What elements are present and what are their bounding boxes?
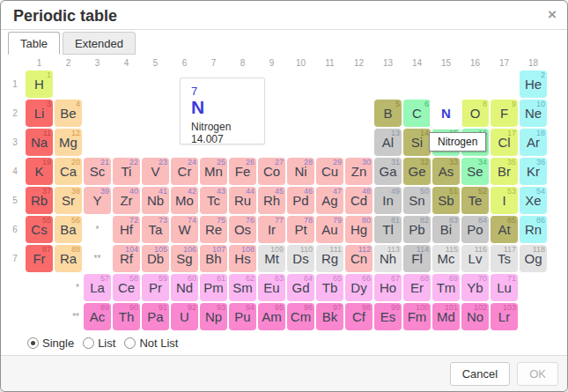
element-tile-ne[interactable]: 10Ne	[520, 100, 547, 127]
element-tile-al[interactable]: 13Al	[374, 129, 402, 156]
element-tile-la[interactable]: 57La	[84, 274, 111, 301]
element-tile-sb[interactable]: 51Sb	[432, 187, 460, 214]
element-tile-f[interactable]: 9F	[491, 100, 518, 127]
element-tile-fe[interactable]: 26Fe	[229, 158, 256, 185]
close-icon[interactable]: ×	[548, 6, 557, 24]
element-tile-cm[interactable]: 96Cm	[287, 303, 314, 330]
element-tile-v[interactable]: 23V	[142, 158, 169, 185]
element-tile-mt[interactable]: 109Mt	[258, 245, 285, 272]
element-tile-lu[interactable]: 71Lu	[491, 274, 518, 301]
element-tile-pb[interactable]: 82Pb	[403, 216, 431, 243]
radio-list[interactable]: List	[83, 337, 115, 350]
element-tile-na[interactable]: 11Na	[26, 129, 53, 156]
element-tile-kr[interactable]: 36Kr	[520, 158, 547, 185]
element-tile-es[interactable]: 99Es	[374, 303, 402, 330]
element-tile-rh[interactable]: 45Rh	[258, 187, 285, 214]
element-tile-ce[interactable]: 58Ce	[113, 274, 140, 301]
element-tile-as[interactable]: 33As	[432, 158, 460, 185]
element-tile-ru[interactable]: 44Ru	[229, 187, 256, 214]
element-tile-tc[interactable]: 43Tc	[200, 187, 227, 214]
element-tile-ir[interactable]: 77Ir	[258, 216, 285, 243]
element-tile-bh[interactable]: 107Bh	[200, 245, 227, 272]
element-tile-hs[interactable]: 108Hs	[229, 245, 256, 272]
element-tile-db[interactable]: 105Db	[142, 245, 169, 272]
element-tile-ba[interactable]: 56Ba	[55, 216, 82, 243]
element-tile-ds[interactable]: 110Ds	[287, 245, 314, 272]
tab-extended[interactable]: Extended	[63, 32, 136, 55]
tab-table[interactable]: Table	[8, 32, 60, 55]
element-tile-sm[interactable]: 62Sm	[229, 274, 256, 301]
element-tile-br[interactable]: 35Br	[491, 158, 518, 185]
element-tile-hf[interactable]: 72Hf	[113, 216, 140, 243]
element-tile-og[interactable]: 118Og	[520, 245, 547, 272]
element-tile-k[interactable]: 19K	[26, 158, 53, 185]
element-tile-lr[interactable]: 103Lr	[491, 303, 518, 330]
element-tile-cl[interactable]: 17Cl	[491, 129, 518, 156]
element-tile-nd[interactable]: 60Nd	[171, 274, 198, 301]
element-tile-eu[interactable]: 63Eu	[258, 274, 285, 301]
element-tile-tb[interactable]: 65Tb	[316, 274, 343, 301]
element-tile-mg[interactable]: 12Mg	[55, 129, 82, 156]
element-tile-cn[interactable]: 112Cn	[345, 245, 373, 272]
element-tile-rg[interactable]: 111Rg	[316, 245, 343, 272]
element-tile-pd[interactable]: 46Pd	[287, 187, 314, 214]
element-tile-rb[interactable]: 37Rb	[26, 187, 53, 214]
element-tile-os[interactable]: 76Os	[229, 216, 256, 243]
radio-single[interactable]: Single	[27, 337, 74, 350]
element-tile-pt[interactable]: 78Pt	[287, 216, 314, 243]
element-tile-bk[interactable]: 97Bk	[316, 303, 343, 330]
element-tile-se[interactable]: 34Se	[461, 158, 489, 185]
element-tile-h[interactable]: 1H	[26, 70, 53, 98]
element-tile-th[interactable]: 90Th	[113, 303, 140, 330]
element-tile-w[interactable]: 74W	[171, 216, 198, 243]
element-tile-md[interactable]: 101Md	[432, 303, 460, 330]
element-tile-i[interactable]: 53I	[491, 187, 518, 214]
element-tile-pr[interactable]: 59Pr	[142, 274, 169, 301]
ok-button[interactable]: OK	[517, 362, 558, 386]
element-tile-o[interactable]: 8O	[461, 100, 489, 127]
element-tile-sg[interactable]: 106Sg	[171, 245, 198, 272]
element-tile-ti[interactable]: 22Ti	[113, 158, 140, 185]
element-tile-ag[interactable]: 47Ag	[316, 187, 343, 214]
element-tile-rn[interactable]: 86Rn	[520, 216, 547, 243]
element-tile-cr[interactable]: 24Cr	[171, 158, 198, 185]
element-tile-xe[interactable]: 54Xe	[520, 187, 547, 214]
element-tile-be[interactable]: 4Be	[55, 100, 82, 127]
element-tile-y[interactable]: 39Y	[84, 187, 111, 214]
element-tile-b[interactable]: 5B	[374, 100, 402, 127]
element-tile-c[interactable]: 6C	[403, 100, 431, 127]
element-tile-ca[interactable]: 20Ca	[55, 158, 82, 185]
element-tile-cs[interactable]: 55Cs	[26, 216, 53, 243]
element-tile-sc[interactable]: 21Sc	[84, 158, 111, 185]
element-tile-yb[interactable]: 70Yb	[461, 274, 489, 301]
element-tile-sn[interactable]: 50Sn	[403, 187, 431, 214]
element-tile-fm[interactable]: 100Fm	[403, 303, 431, 330]
radio-single-icon[interactable]	[27, 337, 39, 349]
element-tile-mn[interactable]: 25Mn	[200, 158, 227, 185]
element-tile-rf[interactable]: 104Rf	[113, 245, 140, 272]
element-tile-au[interactable]: 79Au	[316, 216, 343, 243]
element-tile-am[interactable]: 95Am	[258, 303, 285, 330]
cancel-button[interactable]: Cancel	[450, 362, 510, 386]
element-tile-mo[interactable]: 42Mo	[171, 187, 198, 214]
element-tile-zr[interactable]: 40Zr	[113, 187, 140, 214]
element-tile-sr[interactable]: 38Sr	[55, 187, 82, 214]
radio-not-list[interactable]: Not List	[124, 337, 178, 350]
element-tile-pa[interactable]: 91Pa	[142, 303, 169, 330]
element-tile-pu[interactable]: 94Pu	[229, 303, 256, 330]
element-tile-te[interactable]: 52Te	[461, 187, 489, 214]
element-tile-no[interactable]: 102No	[461, 303, 489, 330]
element-tile-ni[interactable]: 28Ni	[287, 158, 314, 185]
element-tile-ac[interactable]: 89Ac	[84, 303, 111, 330]
element-tile-pm[interactable]: 61Pm	[200, 274, 227, 301]
element-tile-in[interactable]: 49In	[374, 187, 402, 214]
element-tile-ga[interactable]: 31Ga	[374, 158, 402, 185]
element-tile-fl[interactable]: 114Fl	[403, 245, 431, 272]
element-tile-at[interactable]: 85At	[491, 216, 518, 243]
radio-list-icon[interactable]	[83, 337, 94, 349]
element-tile-he[interactable]: 2He	[520, 70, 547, 98]
element-tile-re[interactable]: 75Re	[200, 216, 227, 243]
element-tile-zn[interactable]: 30Zn	[345, 158, 373, 185]
element-tile-mc[interactable]: 115Mc	[432, 245, 460, 272]
element-tile-tm[interactable]: 69Tm	[432, 274, 460, 301]
